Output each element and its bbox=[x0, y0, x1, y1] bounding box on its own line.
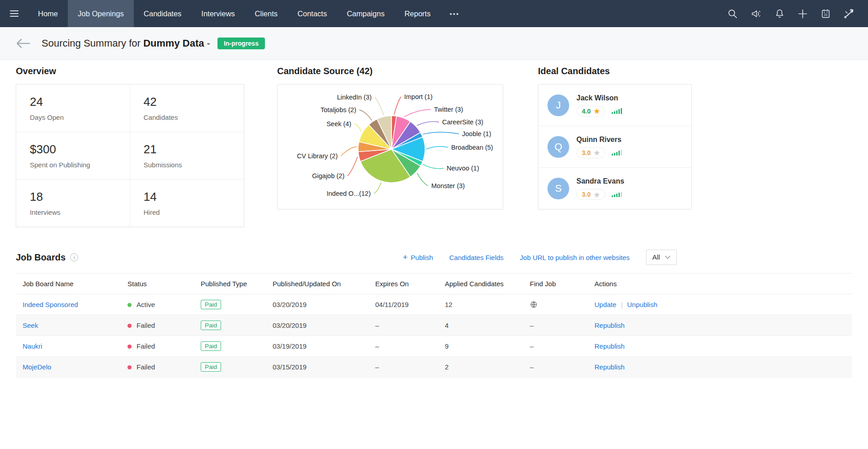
candidate-row-quinn-rivers[interactable]: QQuinn Rivers3.0★ bbox=[538, 126, 691, 168]
star-icon: ★ bbox=[594, 149, 599, 156]
applied-candidates: 2 bbox=[438, 357, 523, 378]
published-on: 03/20/2019 bbox=[266, 294, 368, 315]
column-header-applied-candidates: Applied Candidates bbox=[438, 274, 523, 294]
pie-leader-line-twitter bbox=[404, 109, 431, 117]
column-header-actions: Actions bbox=[588, 274, 852, 294]
pie-leader-line-linkedin bbox=[375, 97, 384, 115]
published-type-badge: Paid bbox=[201, 341, 221, 351]
nav-item-campaigns[interactable]: Campaigns bbox=[337, 0, 394, 27]
stat-value: 18 bbox=[30, 190, 125, 204]
tools-icon[interactable] bbox=[844, 8, 854, 19]
nav-item-candidates[interactable]: Candidates bbox=[134, 0, 191, 27]
signal-bars-icon bbox=[612, 192, 622, 198]
action-link-update[interactable]: Update bbox=[594, 301, 616, 308]
status-dot-icon bbox=[127, 324, 132, 328]
status-dot-icon bbox=[127, 303, 132, 307]
candidate-row-jack-wilson[interactable]: JJack Wilson4.0★ bbox=[538, 85, 691, 126]
candidate-name: Quinn Rivers bbox=[576, 136, 622, 144]
ideal-candidates-section: Ideal Candidates JJack Wilson4.0★QQuinn … bbox=[538, 66, 692, 227]
overview-title: Overview bbox=[16, 66, 244, 76]
candidate-row-sandra-evans[interactable]: SSandra Evans3.0★ bbox=[538, 168, 691, 209]
stat-card-spent-on-publishing: $300Spent on Publishing bbox=[16, 132, 130, 180]
nav-item-interviews[interactable]: Interviews bbox=[191, 0, 245, 27]
column-header-published-updated-on: Published/Updated On bbox=[266, 274, 368, 294]
stat-label: Hired bbox=[144, 208, 240, 216]
job-board-link[interactable]: Naukri bbox=[23, 342, 42, 350]
candidate-source-pie-chart: Import (1)Twitter (3)CareerSite (3)Joobl… bbox=[278, 85, 503, 209]
nav-item-clients[interactable]: Clients bbox=[245, 0, 288, 27]
stat-value: $300 bbox=[30, 142, 125, 156]
status-badge: In-progress bbox=[217, 38, 265, 49]
stat-label: Days Open bbox=[30, 113, 125, 121]
pie-leader-line-neuvoo bbox=[423, 164, 443, 168]
rating-pill: 3.0★ bbox=[576, 147, 605, 158]
find-job-empty: – bbox=[530, 342, 533, 350]
publish-button[interactable]: + Publish bbox=[403, 253, 433, 261]
pie-label-careersite: CareerSite (3) bbox=[442, 118, 483, 126]
stat-label: Spent on Publishing bbox=[30, 161, 125, 169]
applied-candidates: 4 bbox=[438, 315, 523, 336]
nav-item-reports[interactable]: Reports bbox=[395, 0, 441, 27]
more-menu-icon[interactable]: ••• bbox=[440, 0, 468, 27]
board-filter-dropdown[interactable]: All bbox=[646, 250, 677, 265]
bell-icon[interactable] bbox=[774, 8, 785, 19]
table-row-mojedelo: MojeDeloFailedPaid03/15/2019–2–Republish bbox=[16, 357, 852, 378]
megaphone-icon[interactable] bbox=[750, 9, 762, 19]
nav-item-contacts[interactable]: Contacts bbox=[288, 0, 337, 27]
pie-label-gigajob: Gigajob (2) bbox=[312, 172, 344, 180]
action-link-republish[interactable]: Republish bbox=[594, 342, 625, 350]
stat-card-days-open: 24Days Open bbox=[16, 85, 130, 132]
rating-value: 4.0 bbox=[582, 108, 590, 115]
pie-label-seek: Seek (4) bbox=[326, 120, 351, 128]
avatar: Q bbox=[547, 136, 569, 158]
info-icon[interactable]: i bbox=[70, 253, 78, 261]
action-link-unpublish[interactable]: Unpublish bbox=[627, 301, 657, 308]
nav-item-job-openings[interactable]: Job Openings bbox=[68, 0, 134, 27]
expires-on: – bbox=[368, 315, 438, 336]
star-icon: ★ bbox=[594, 108, 599, 114]
job-board-link[interactable]: MojeDelo bbox=[23, 363, 51, 371]
status-dot-icon bbox=[127, 365, 132, 369]
globe-icon[interactable] bbox=[530, 301, 588, 308]
calendar-icon[interactable]: 31 bbox=[821, 8, 831, 19]
published-type-badge: Paid bbox=[201, 362, 221, 372]
pie-leader-line-cv-library bbox=[341, 147, 357, 156]
candidates-fields-link[interactable]: Candidates Fields bbox=[449, 254, 504, 261]
job-url-link[interactable]: Job URL to publish in other websites bbox=[520, 254, 630, 261]
status-text: Failed bbox=[137, 321, 155, 329]
back-button[interactable] bbox=[14, 38, 31, 49]
menu-icon[interactable] bbox=[0, 0, 28, 27]
action-separator: | bbox=[621, 301, 623, 308]
find-job-empty: – bbox=[530, 363, 533, 371]
action-link-republish[interactable]: Republish bbox=[594, 321, 625, 329]
avatar: S bbox=[547, 178, 569, 199]
rating-value: 3.0 bbox=[582, 149, 590, 156]
pie-label-jooble: Jooble (1) bbox=[462, 130, 491, 137]
nav-item-home[interactable]: Home bbox=[28, 0, 68, 27]
job-board-link[interactable]: Indeed Sponsored bbox=[23, 301, 78, 308]
action-link-republish[interactable]: Republish bbox=[594, 363, 625, 371]
pie-label-monster: Monster (3) bbox=[431, 182, 465, 189]
stat-label: Candidates bbox=[144, 113, 240, 121]
pie-leader-line-careersite bbox=[417, 122, 439, 126]
chevron-down-icon bbox=[665, 255, 670, 259]
nav-icon-bar: 31 bbox=[727, 0, 868, 27]
search-icon[interactable] bbox=[727, 9, 738, 19]
pie-label-indeed-o: Indeed O...(12) bbox=[326, 190, 371, 197]
stat-value: 42 bbox=[144, 95, 240, 109]
pie-leader-line-import bbox=[394, 97, 401, 114]
stat-value: 14 bbox=[144, 190, 240, 204]
column-header-status: Status bbox=[121, 274, 194, 294]
rating-pill: 4.0★ bbox=[576, 106, 605, 117]
pie-leader-line-seek bbox=[354, 124, 361, 132]
status-text: Failed bbox=[137, 363, 155, 371]
page-title: Sourcing Summary for Dummy Data - bbox=[42, 38, 210, 49]
job-board-link[interactable]: Seek bbox=[23, 321, 38, 329]
svg-text:31: 31 bbox=[824, 13, 828, 17]
nav-items: HomeJob OpeningsCandidatesInterviewsClie… bbox=[28, 0, 440, 27]
stat-value: 21 bbox=[144, 142, 240, 156]
plus-icon[interactable] bbox=[797, 9, 808, 19]
pie-leader-line-monster bbox=[417, 173, 428, 186]
stat-label: Submissions bbox=[144, 161, 240, 169]
expires-on: 04/11/2019 bbox=[368, 294, 438, 315]
